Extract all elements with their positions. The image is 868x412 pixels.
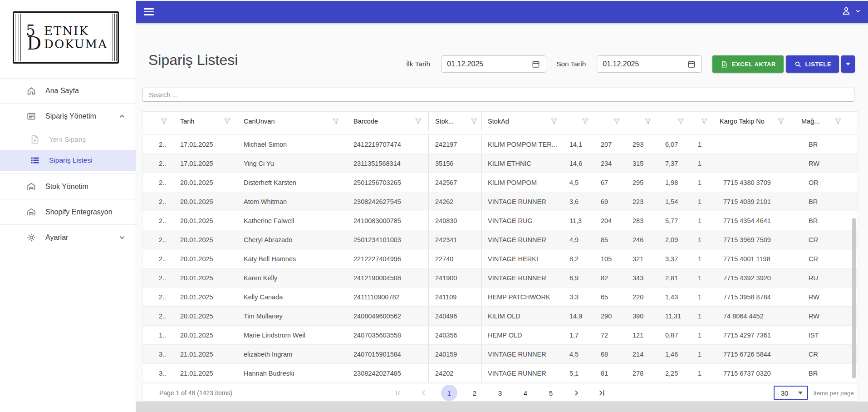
cell-n1: 11,3 xyxy=(567,211,598,230)
column-header-stokAd[interactable]: StokAd xyxy=(482,112,567,131)
cell-kargoTakipNo: 7715 6726 5844 xyxy=(708,345,799,363)
list-options-dropdown-button[interactable] xyxy=(841,55,855,73)
excel-export-button[interactable]: EXCEL AKTAR xyxy=(712,55,784,73)
cell-kargoTakipNo: 7715 4354 4641 xyxy=(708,211,799,230)
table-row[interactable]: 2..20.01.2025Atom Whitman230824262754524… xyxy=(142,192,858,211)
sidebar-item-ayarlar[interactable]: Ayarlar xyxy=(0,225,136,250)
table-row[interactable]: 2..17.01.2025Ying Ci Yu23113515683143515… xyxy=(142,154,858,173)
table-row[interactable]: 3..21.01.2025Hannah Budreski230824202748… xyxy=(142,364,858,383)
filter-icon[interactable] xyxy=(835,118,841,124)
cell-kargoTakipNo: 7715 3969 7509 xyxy=(708,230,799,249)
table-row[interactable]: 2..20.01.2025Karen Kelly2412190004508241… xyxy=(142,268,858,288)
column-header-n5[interactable] xyxy=(691,112,708,131)
cell-kargoTakipNo: 7715 6737 0320 xyxy=(708,364,799,382)
page-button-4[interactable]: 4 xyxy=(517,385,534,401)
sidebar-item-ana-sayfa[interactable]: Ana Sayfa xyxy=(0,78,136,104)
column-header-stokKod[interactable]: Stok... xyxy=(428,112,482,131)
cell-magaza: RU xyxy=(799,268,853,287)
sidebar-item-siparis-listesi[interactable]: Sipariş Listesi xyxy=(0,150,136,171)
filter-icon[interactable] xyxy=(778,118,784,124)
filter-icon[interactable] xyxy=(677,118,684,124)
caret-down-icon xyxy=(846,63,850,65)
user-menu[interactable] xyxy=(841,6,862,18)
table-row[interactable]: 3..21.01.2025elizabeth Ingram24070159015… xyxy=(142,345,858,364)
search-icon xyxy=(794,60,802,68)
cell-n3: 278 xyxy=(630,364,662,382)
cell-barcode: 2410083000785 xyxy=(345,211,428,230)
cell-n3: 295 xyxy=(630,173,662,192)
filter-icon[interactable] xyxy=(224,118,230,124)
cell-barcode: 2407015901584 xyxy=(345,345,428,363)
column-header-n1[interactable] xyxy=(567,112,598,131)
table-row[interactable]: 2..20.01.2025Katherine Falwell2410083000… xyxy=(142,211,858,230)
cell-tarih: 20.01.2025 xyxy=(168,268,236,287)
filter-icon[interactable] xyxy=(613,118,620,124)
cell-tarih: 20.01.2025 xyxy=(168,288,236,306)
cell-stokAd: VINTAGE RUNNER xyxy=(482,230,567,249)
column-header-n2[interactable] xyxy=(598,112,630,131)
filter-icon[interactable] xyxy=(582,118,588,124)
filter-icon[interactable] xyxy=(161,118,167,124)
list-button[interactable]: LISTELE xyxy=(786,55,839,73)
sidebar-item-stok-yonetim[interactable]: Stok Yönetim xyxy=(0,174,136,199)
page-button-2[interactable]: 2 xyxy=(466,385,483,401)
sidebar-item-siparis-yonetim[interactable]: Sipariş Yönetim xyxy=(0,104,136,129)
column-header-barcode[interactable]: Barcode xyxy=(345,112,428,131)
sidebar-item-shopify-entegrasyon[interactable]: Shopify Entegrasyon xyxy=(0,199,136,225)
column-header-cariUnvan[interactable]: CariUnvan xyxy=(236,112,345,131)
column-header-n3[interactable] xyxy=(630,112,662,131)
first-page-button[interactable] xyxy=(390,385,407,401)
cell-id: 2.. xyxy=(142,173,168,192)
cell-cariUnvan: Kelly Canada xyxy=(236,288,345,306)
page-button-5[interactable]: 5 xyxy=(543,385,559,401)
column-header-n4[interactable] xyxy=(662,112,691,131)
page-button-3[interactable]: 3 xyxy=(492,385,508,401)
cell-cariUnvan: Cheryl Abrazado xyxy=(236,230,345,249)
first-date-input[interactable]: 01.12.2025 xyxy=(441,55,546,73)
cell-barcode: 2311351568314 xyxy=(345,154,428,173)
filter-icon[interactable] xyxy=(645,118,651,124)
items-per-page-select[interactable]: 30 xyxy=(774,386,808,400)
filter-icon[interactable] xyxy=(333,118,339,124)
cell-cariUnvan: Marie Lindstrom Weil xyxy=(236,326,345,344)
table-row[interactable]: 2..20.01.2025Tim Mullaney240804960056224… xyxy=(142,307,858,326)
cell-n5: 1 xyxy=(691,211,708,230)
table-row[interactable]: 2..20.01.2025Kelly Canada241111090078224… xyxy=(142,288,858,307)
column-header-tarih[interactable]: Tarih xyxy=(168,112,236,131)
table-row[interactable]: 2..20.01.2025Katy Bell Hamnes22122274049… xyxy=(142,249,858,268)
cell-magaza: RW xyxy=(799,288,853,306)
hamburger-menu-icon[interactable] xyxy=(144,8,154,15)
order-list-screen: 5 D ETNIK DOKUMA Ana SayfaSipariş Yöneti… xyxy=(0,0,868,412)
calendar-icon[interactable] xyxy=(687,60,696,69)
cell-barcode: 2308242027485 xyxy=(345,364,428,382)
page-button-1[interactable]: 1 xyxy=(441,385,457,401)
cell-barcode: 2212227404996 xyxy=(345,249,428,268)
cell-n1: 14,9 xyxy=(567,307,598,325)
column-header-kargoTakipNo[interactable]: Kargo Takip No xyxy=(708,112,799,131)
cell-cariUnvan: Katy Bell Hamnes xyxy=(236,249,345,268)
filter-icon[interactable] xyxy=(551,118,557,124)
prev-page-button[interactable] xyxy=(416,385,432,401)
filter-icon[interactable] xyxy=(415,118,422,124)
orders-icon xyxy=(26,111,36,121)
calendar-icon[interactable] xyxy=(531,60,540,69)
table-row[interactable]: 1..20.01.2025Marie Lindstrom Weil2407035… xyxy=(142,326,858,345)
vertical-scrollbar-thumb[interactable] xyxy=(852,218,856,378)
table-row[interactable]: 2..17.01.2025Michael Simon24122197074742… xyxy=(142,135,858,154)
filter-icon[interactable] xyxy=(471,118,477,124)
table-row[interactable]: 2..20.01.2025Cheryl Abrazado250123410100… xyxy=(142,230,858,249)
search-input[interactable] xyxy=(142,88,854,102)
column-header-magaza[interactable]: Mağ... xyxy=(799,112,853,131)
cell-barcode: 2412219707474 xyxy=(345,135,428,154)
last-page-button[interactable] xyxy=(593,385,610,401)
table-row[interactable]: 2..20.01.2025Disterheft Karsten250125670… xyxy=(142,173,858,192)
column-header-id[interactable] xyxy=(142,112,168,131)
last-date-input[interactable]: 01.12.2025 xyxy=(597,55,702,73)
next-page-button[interactable] xyxy=(568,385,584,401)
cell-stokAd: VINTAGE RUNNER xyxy=(482,345,567,363)
chevron-up-icon xyxy=(118,112,127,121)
sidebar-item-yeni-siparis[interactable]: Yeni Sipariş xyxy=(0,129,136,150)
filter-icon[interactable] xyxy=(701,118,707,124)
cell-n3: 315 xyxy=(630,154,662,173)
cell-n4: 2,09 xyxy=(662,230,691,249)
